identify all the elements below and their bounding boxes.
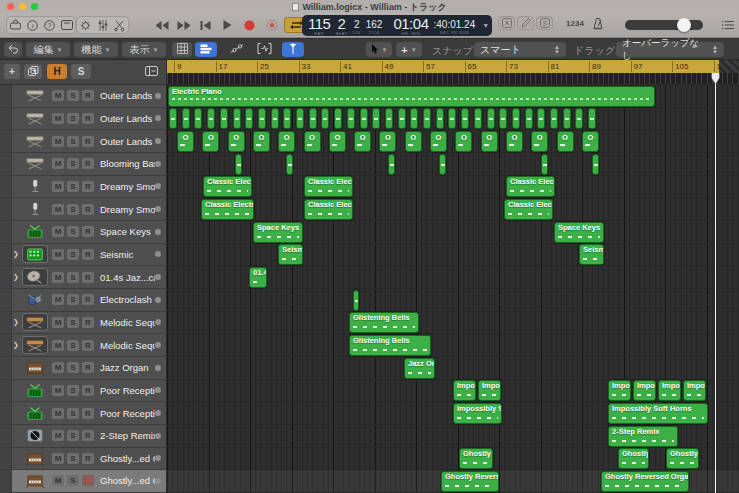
mute-button[interactable]: M: [52, 294, 64, 305]
solo-button[interactable]: S: [67, 113, 79, 124]
track-header-config-button[interactable]: [141, 64, 161, 79]
track-name[interactable]: 2-Step Remix: [100, 430, 155, 441]
back-button[interactable]: [4, 42, 22, 57]
midi-region-2-step-remix[interactable]: 2-Step Remix: [608, 426, 678, 447]
track-name[interactable]: Ghostly...ed Organ: [100, 453, 155, 464]
midi-region-impos[interactable]: Impos: [683, 380, 706, 401]
midi-region-o[interactable]: O: [455, 131, 472, 152]
track-lane[interactable]: Space KeysSpace Keys: [167, 221, 739, 244]
solo-button[interactable]: S: [67, 181, 79, 192]
add-track-button[interactable]: +: [4, 64, 20, 79]
track-name[interactable]: Blooming Bass: [100, 158, 155, 169]
replace-button[interactable]: [517, 16, 534, 30]
midi-region[interactable]: [550, 108, 558, 129]
track-name[interactable]: Outer Lands Synth: [100, 90, 155, 101]
midi-region-classic-electric[interactable]: Classic Electric: [203, 176, 252, 197]
volume-knob[interactable]: [677, 18, 691, 32]
track-lane[interactable]: Ghostly ReGhostly ReGhostly Re: [167, 448, 739, 471]
solo-button[interactable]: S: [67, 158, 79, 169]
track-lane[interactable]: Jazz Orga: [167, 357, 739, 380]
record-enable-button[interactable]: R: [82, 181, 94, 192]
track-row[interactable]: MSRDreamy Smooth Vox: [0, 198, 166, 221]
midi-region-o[interactable]: O: [278, 131, 295, 152]
midi-region[interactable]: [448, 108, 456, 129]
midi-region-space-keys[interactable]: Space Keys: [554, 222, 604, 243]
track-icon[interactable]: [22, 268, 48, 286]
track-on-off-dot[interactable]: [155, 251, 161, 257]
track-on-off-dot[interactable]: [155, 365, 161, 371]
midi-region-o[interactable]: O: [582, 131, 599, 152]
mute-button[interactable]: M: [52, 340, 64, 351]
midi-region-o[interactable]: O: [531, 131, 548, 152]
track-icon[interactable]: [22, 132, 48, 150]
solo-button[interactable]: S: [67, 340, 79, 351]
track-row[interactable]: MSRJazz Organ: [0, 357, 166, 380]
midi-region[interactable]: [296, 108, 304, 129]
capture-recording-button[interactable]: [262, 17, 281, 33]
hide-tracks-button[interactable]: H: [47, 64, 67, 79]
midi-region[interactable]: [360, 108, 368, 129]
quick-help-button[interactable]: ?: [42, 18, 57, 32]
track-name[interactable]: Dreamy Smooth Vox: [100, 181, 155, 192]
midi-region-glistening-bells[interactable]: Glistening Bells: [349, 335, 431, 356]
track-icon[interactable]: [22, 404, 48, 422]
track-icon[interactable]: [22, 177, 48, 195]
mute-button[interactable]: M: [52, 453, 64, 464]
track-on-off-dot[interactable]: [155, 297, 161, 303]
solo-button[interactable]: S: [67, 249, 79, 260]
track-row[interactable]: MSR2-Step Remix: [0, 425, 166, 448]
midi-region-o[interactable]: O: [430, 131, 447, 152]
midi-region-o[interactable]: O: [228, 131, 245, 152]
midi-region-glistening-bells[interactable]: Glistening Bells: [349, 312, 419, 333]
midi-region[interactable]: [537, 108, 545, 129]
mute-button[interactable]: M: [52, 113, 64, 124]
track-on-off-dot[interactable]: [155, 93, 161, 99]
lcd-chevron-down-icon[interactable]: ▼: [482, 22, 489, 29]
track-name[interactable]: Melodic Sequence: [100, 317, 155, 328]
track-lane[interactable]: Glistening Bells: [167, 312, 739, 335]
solo-tracks-button[interactable]: S: [71, 64, 91, 79]
inspector-button[interactable]: i: [25, 18, 40, 32]
track-row[interactable]: MSRDreamy Smooth Vox: [0, 176, 166, 199]
track-lane[interactable]: OOOOOOOOOOOOOOOOO: [167, 130, 739, 153]
mute-button[interactable]: M: [52, 475, 64, 486]
record-enable-button[interactable]: R: [82, 204, 94, 215]
midi-region-classic-electric[interactable]: Classic Electric: [201, 199, 254, 220]
track-on-off-dot[interactable]: [155, 161, 161, 167]
midi-region-jazz-orga[interactable]: Jazz Orga: [404, 358, 435, 379]
midi-region-classic-electric[interactable]: Classic Electric: [506, 176, 555, 197]
midi-region-o[interactable]: O: [177, 131, 194, 152]
midi-region-classic-electric[interactable]: Classic Electric: [504, 199, 553, 220]
mute-button[interactable]: M: [52, 181, 64, 192]
edit-menu-button[interactable]: 編集▼: [26, 42, 70, 57]
track-view-button[interactable]: [195, 42, 217, 57]
toolbar-toggle-button[interactable]: [59, 18, 74, 32]
track-on-off-dot[interactable]: [155, 455, 161, 461]
solo-button[interactable]: S: [67, 430, 79, 441]
track-icon[interactable]: [22, 87, 48, 105]
track-icon[interactable]: [22, 155, 48, 173]
forward-button[interactable]: [174, 17, 193, 33]
view-menu-button[interactable]: 表示▼: [122, 42, 166, 57]
midi-region[interactable]: [439, 154, 446, 175]
solo-button[interactable]: S: [67, 272, 79, 283]
track-lane[interactable]: Glistening Bells: [167, 334, 739, 357]
track-row[interactable]: MSROuter Lands Synth: [0, 85, 166, 108]
midi-region[interactable]: [235, 154, 242, 175]
mute-button[interactable]: M: [52, 158, 64, 169]
record-enable-button[interactable]: R: [82, 475, 94, 486]
record-enable-button[interactable]: R: [82, 340, 94, 351]
midi-region-ghostly-re[interactable]: Ghostly Re: [459, 448, 493, 469]
disclosure-triangle-icon[interactable]: ❯: [12, 250, 20, 258]
smart-controls-button[interactable]: [78, 18, 93, 32]
midi-region[interactable]: [220, 108, 228, 129]
track-lane[interactable]: Ghostly Reversed OGhostly Reversed Organ: [167, 470, 739, 493]
track-lane[interactable]: 2-Step Remix: [167, 425, 739, 448]
track-row[interactable]: MSRPoor Reception: [0, 380, 166, 403]
metronome-button[interactable]: [589, 16, 606, 30]
midi-region-electric-piano[interactable]: Electric Piano: [168, 86, 655, 107]
mute-button[interactable]: M: [52, 317, 64, 328]
mute-button[interactable]: M: [52, 430, 64, 441]
cycle-range-band[interactable]: 91725334149576573818997105113: [167, 60, 719, 73]
track-icon[interactable]: [22, 359, 48, 377]
